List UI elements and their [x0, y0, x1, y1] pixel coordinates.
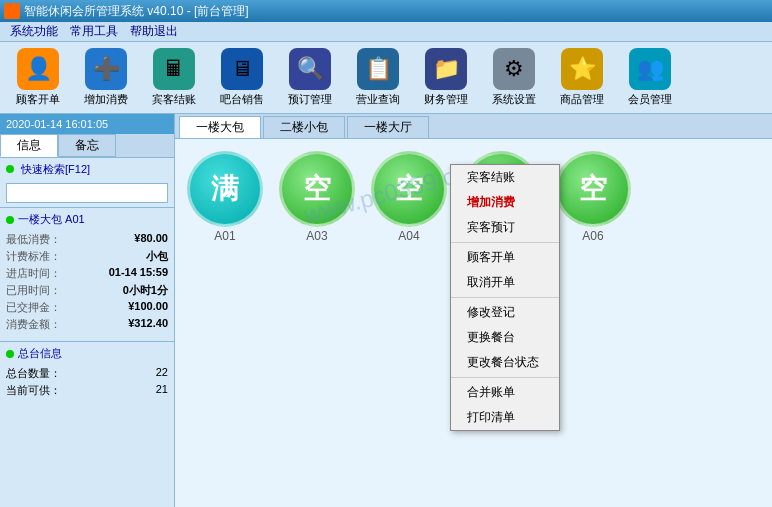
room-info-row-2: 进店时间：01-14 15:59 [6, 265, 168, 282]
floor-tab-2[interactable]: 一楼大厅 [347, 116, 429, 138]
toolbar-icon-3: 🖥 [221, 48, 263, 90]
toolbar-icon-2: 🖩 [153, 48, 195, 90]
ctx-item-7[interactable]: 修改登记 [451, 300, 559, 325]
summary-row-0: 总台数量：22 [6, 365, 168, 382]
room-label-A03: A03 [306, 229, 327, 243]
menu-item-system[interactable]: 系统功能 [4, 23, 64, 40]
datetime-bar: 2020-01-14 16:01:05 [0, 114, 174, 134]
summary-val-0: 22 [156, 366, 168, 381]
room-info-val-0: ¥80.00 [134, 232, 168, 247]
room-circle-A01: 满 [187, 151, 263, 227]
toolbar-btn-5[interactable]: 📋 营业查询 [348, 44, 408, 111]
ctx-item-11[interactable]: 合并账单 [451, 380, 559, 405]
summary-val-1: 21 [156, 383, 168, 398]
room-info-key-5: 消费金额： [6, 317, 61, 332]
room-item-A03[interactable]: 空 A03 [279, 151, 355, 243]
room-info-key-0: 最低消费： [6, 232, 61, 247]
room-label-A01: A01 [214, 229, 235, 243]
toolbar-icon-6: 📁 [425, 48, 467, 90]
room-grid: 宾客结账增加消费宾客预订顾客开单取消开单修改登记更换餐台更改餐台状态合并账单打印… [175, 139, 772, 507]
ctx-item-0[interactable]: 宾客结账 [451, 165, 559, 190]
room-info-val-2: 01-14 15:59 [109, 266, 168, 281]
room-info-row-3: 已用时间：0小时1分 [6, 282, 168, 299]
app-icon [4, 3, 20, 19]
floor-tab-1[interactable]: 二楼小包 [263, 116, 345, 138]
summary-key-0: 总台数量： [6, 366, 61, 381]
menu-item-help[interactable]: 帮助退出 [124, 23, 184, 40]
toolbar-icon-9: 👥 [629, 48, 671, 90]
ctx-separator-6 [451, 297, 559, 298]
toolbar-btn-9[interactable]: 👥 会员管理 [620, 44, 680, 111]
left-panel-tabs: 信息 备忘 [0, 134, 174, 158]
summary-rows: 总台数量：22当前可供：21 [6, 365, 168, 399]
room-info-key-3: 已用时间： [6, 283, 61, 298]
room-info-rows: 最低消费：¥80.00计费标准：小包进店时间：01-14 15:59已用时间：0… [6, 231, 168, 333]
right-panel: 一楼大包二楼小包一楼大厅 宾客结账增加消费宾客预订顾客开单取消开单修改登记更换餐… [175, 114, 772, 507]
room-status-text-A01: 满 [211, 170, 239, 208]
room-item-A06[interactable]: 空 A06 [555, 151, 631, 243]
room-item-A01[interactable]: 满 A01 [187, 151, 263, 243]
ctx-item-1[interactable]: 增加消费 [451, 190, 559, 215]
room-info-key-1: 计费标准： [6, 249, 61, 264]
toolbar-btn-0[interactable]: 👤 顾客开单 [8, 44, 68, 111]
toolbar-label-0: 顾客开单 [16, 92, 60, 107]
search-input[interactable] [6, 183, 168, 203]
room-info-val-1: 小包 [146, 249, 168, 264]
room-info-key-4: 已交押金： [6, 300, 61, 315]
tab-notes[interactable]: 备忘 [58, 134, 116, 157]
app-title: 智能休闲会所管理系统 v40.10 - [前台管理] [24, 3, 249, 20]
toolbar-icon-5: 📋 [357, 48, 399, 90]
ctx-item-5[interactable]: 取消开单 [451, 270, 559, 295]
floor-tabs: 一楼大包二楼小包一楼大厅 [175, 114, 772, 139]
menu-item-tools[interactable]: 常用工具 [64, 23, 124, 40]
toolbar-btn-3[interactable]: 🖥 吧台销售 [212, 44, 272, 111]
room-info-row-1: 计费标准：小包 [6, 248, 168, 265]
status-dot [6, 165, 14, 173]
toolbar-btn-4[interactable]: 🔍 预订管理 [280, 44, 340, 111]
toolbar-icon-8: ⭐ [561, 48, 603, 90]
toolbar-btn-1[interactable]: ➕ 增加消费 [76, 44, 136, 111]
ctx-item-2[interactable]: 宾客预订 [451, 215, 559, 240]
datetime-display: 2020-01-14 16:01:05 [6, 118, 108, 130]
toolbar-btn-6[interactable]: 📁 财务管理 [416, 44, 476, 111]
toolbar-btn-8[interactable]: ⭐ 商品管理 [552, 44, 612, 111]
ctx-item-9[interactable]: 更改餐台状态 [451, 350, 559, 375]
floor-tab-0[interactable]: 一楼大包 [179, 116, 261, 138]
toolbar-label-1: 增加消费 [84, 92, 128, 107]
room-status-dot [6, 216, 14, 224]
toolbar-label-8: 商品管理 [560, 92, 604, 107]
ctx-item-4[interactable]: 顾客开单 [451, 245, 559, 270]
toolbar-icon-4: 🔍 [289, 48, 331, 90]
room-status-text-A03: 空 [303, 170, 331, 208]
toolbar-label-7: 系统设置 [492, 92, 536, 107]
tab-info[interactable]: 信息 [0, 134, 58, 157]
ctx-item-12[interactable]: 打印清单 [451, 405, 559, 430]
toolbar-btn-7[interactable]: ⚙ 系统设置 [484, 44, 544, 111]
toolbar-btn-2[interactable]: 🖩 宾客结账 [144, 44, 204, 111]
toolbar-label-4: 预订管理 [288, 92, 332, 107]
room-status-text-A06: 空 [579, 170, 607, 208]
room-item-A04[interactable]: 空 A04 [371, 151, 447, 243]
room-status-text-A04: 空 [395, 170, 423, 208]
toolbar-label-9: 会员管理 [628, 92, 672, 107]
room-label-A06: A06 [582, 229, 603, 243]
room-info-row-0: 最低消费：¥80.00 [6, 231, 168, 248]
toolbar-icon-1: ➕ [85, 48, 127, 90]
room-info-key-2: 进店时间： [6, 266, 61, 281]
summary-label: 总台信息 [6, 346, 168, 361]
toolbar-label-3: 吧台销售 [220, 92, 264, 107]
context-menu: 宾客结账增加消费宾客预订顾客开单取消开单修改登记更换餐台更改餐台状态合并账单打印… [450, 164, 560, 431]
title-bar: 智能休闲会所管理系统 v40.10 - [前台管理] [0, 0, 772, 22]
search-input-wrap [0, 181, 174, 207]
room-info-val-5: ¥312.40 [128, 317, 168, 332]
room-info-row-4: 已交押金：¥100.00 [6, 299, 168, 316]
toolbar-label-5: 营业查询 [356, 92, 400, 107]
room-circle-A06: 空 [555, 151, 631, 227]
toolbar-icon-7: ⚙ [493, 48, 535, 90]
summary-key-1: 当前可供： [6, 383, 61, 398]
ctx-item-8[interactable]: 更换餐台 [451, 325, 559, 350]
toolbar: 👤 顾客开单 ➕ 增加消费 🖩 宾客结账 🖥 吧台销售 🔍 预订管理 📋 营业查… [0, 42, 772, 114]
room-info-section: 一楼大包 A01 最低消费：¥80.00计费标准：小包进店时间：01-14 15… [0, 207, 174, 337]
summary-dot [6, 350, 14, 358]
room-circle-A03: 空 [279, 151, 355, 227]
